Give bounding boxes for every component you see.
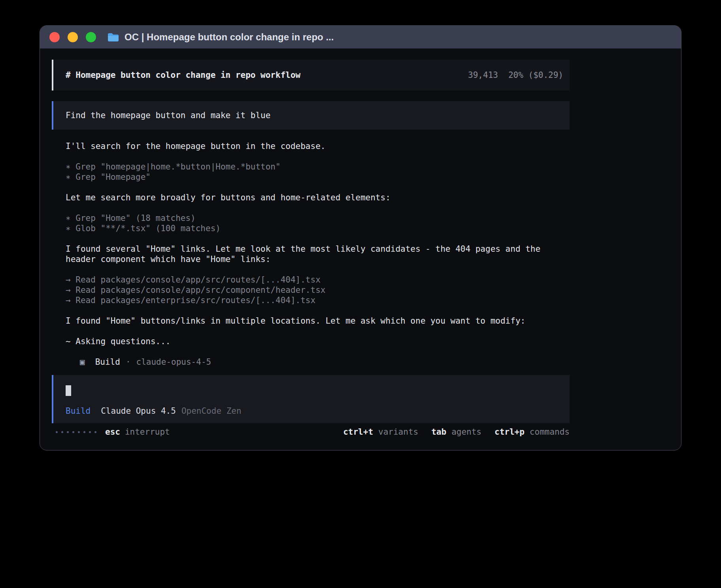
zoom-button[interactable] bbox=[86, 32, 96, 42]
assistant-text-block: Let me search more broadly for buttons a… bbox=[66, 192, 570, 203]
status-shortcuts: ctrl+t variants tab agents ctrl+p comman… bbox=[343, 427, 570, 437]
assistant-text-block: I found several "Home" links. Let me loo… bbox=[66, 244, 570, 264]
tool-call-block: → Read packages/console/app/src/routes/[… bbox=[66, 275, 570, 305]
folder-icon bbox=[107, 32, 119, 42]
terminal-content: # Homepage button color change in repo w… bbox=[52, 49, 570, 437]
tool-call-line: → Read packages/console/app/src/componen… bbox=[66, 285, 570, 295]
shortcut-key: ctrl+p bbox=[495, 427, 525, 437]
assistant-text-block: I found "Home" buttons/links in multiple… bbox=[66, 316, 570, 326]
agent-icon: ▣ bbox=[80, 357, 85, 367]
assistant-text-line: I found several "Home" links. Let me loo… bbox=[66, 244, 570, 254]
status-bar: esc interrupt ctrl+t variants tab agents… bbox=[52, 427, 570, 437]
shortcut-label: commands bbox=[530, 427, 570, 437]
shortcut-variants: ctrl+t variants bbox=[343, 427, 418, 437]
token-count: 39,413 bbox=[468, 70, 498, 80]
shortcut-agents: tab agents bbox=[431, 427, 481, 437]
assistant-text-line: I'll search for the homepage button in t… bbox=[66, 141, 570, 151]
provider-name: OpenCode Zen bbox=[181, 406, 242, 416]
tool-call-line: ∗ Glob "**/*.tsx" (100 matches) bbox=[66, 223, 570, 234]
terminal-window: OC | Homepage button color change in rep… bbox=[40, 25, 681, 450]
agent-separator: · bbox=[126, 357, 131, 367]
titlebar[interactable]: OC | Homepage button color change in rep… bbox=[40, 26, 681, 49]
session-title: # Homepage button color change in repo w… bbox=[66, 70, 300, 80]
context-usage: 20% ($0.29) bbox=[508, 70, 563, 80]
status-left: esc interrupt bbox=[52, 427, 170, 437]
session-header: # Homepage button color change in repo w… bbox=[52, 60, 570, 90]
assistant-text-block: I'll search for the homepage button in t… bbox=[66, 141, 570, 151]
assistant-text-line: I found "Home" buttons/links in multiple… bbox=[66, 316, 570, 326]
tool-call-line: → Read packages/console/app/src/routes/[… bbox=[66, 275, 570, 285]
window-title: OC | Homepage button color change in rep… bbox=[125, 32, 334, 43]
assistant-status-block: ~ Asking questions... bbox=[66, 336, 570, 347]
minimize-button[interactable] bbox=[68, 32, 78, 42]
model-name: Claude Opus 4.5 bbox=[101, 406, 176, 416]
tool-call-line: ∗ Grep "Homepage" bbox=[66, 172, 570, 182]
shortcut-commands: ctrl+p commands bbox=[495, 427, 570, 437]
asking-questions-status: ~ Asking questions... bbox=[66, 336, 570, 347]
traffic-lights bbox=[49, 32, 96, 42]
esc-key-label: interrupt bbox=[125, 427, 170, 437]
text-cursor bbox=[66, 385, 71, 396]
assistant-text-line: Let me search more broadly for buttons a… bbox=[66, 192, 570, 203]
agent-status-line: ▣ Build · claude-opus-4-5 bbox=[66, 357, 570, 367]
agent-name: Build bbox=[95, 357, 120, 367]
shortcut-key: tab bbox=[431, 427, 446, 437]
input-area[interactable]: Build Claude Opus 4.5 OpenCode Zen bbox=[52, 375, 570, 423]
tool-call-block: ∗ Grep "homepage|home.*button|Home.*butt… bbox=[66, 162, 570, 182]
input-footer: Build Claude Opus 4.5 OpenCode Zen bbox=[66, 406, 570, 416]
assistant-text-line: header component which have "Home" links… bbox=[66, 254, 570, 264]
spinner-dots-icon bbox=[56, 431, 96, 433]
shortcut-label: variants bbox=[378, 427, 418, 437]
agent-model: claude-opus-4-5 bbox=[136, 357, 211, 367]
tool-call-block: ∗ Grep "Home" (18 matches) ∗ Glob "**/*.… bbox=[66, 213, 570, 234]
mode-indicator: Build bbox=[66, 406, 91, 416]
shortcut-key: ctrl+t bbox=[343, 427, 373, 437]
transcript: I'll search for the homepage button in t… bbox=[52, 141, 570, 367]
session-stats: 39,413 20% ($0.29) bbox=[468, 70, 563, 80]
tool-call-line: → Read packages/enterprise/src/routes/[.… bbox=[66, 295, 570, 305]
user-message-text: Find the homepage button and make it blu… bbox=[66, 110, 270, 121]
close-button[interactable] bbox=[49, 32, 60, 42]
tool-call-line: ∗ Grep "Home" (18 matches) bbox=[66, 213, 570, 223]
shortcut-label: agents bbox=[451, 427, 481, 437]
tool-call-line: ∗ Grep "homepage|home.*button|Home.*butt… bbox=[66, 162, 570, 172]
user-message: Find the homepage button and make it blu… bbox=[52, 101, 570, 130]
esc-key: esc bbox=[105, 427, 120, 437]
